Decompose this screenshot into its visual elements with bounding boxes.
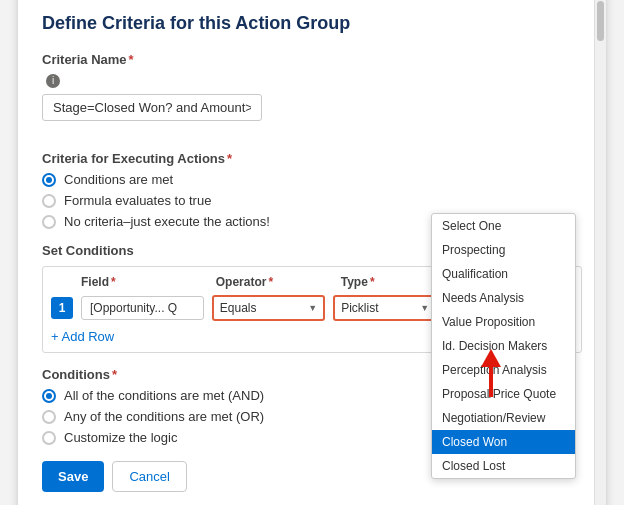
field-input[interactable]: [Opportunity... Q	[81, 296, 204, 320]
radio-circle-customize	[42, 431, 56, 445]
dropdown-item-value-proposition[interactable]: Value Proposition	[432, 310, 575, 334]
scrollbar[interactable]	[594, 0, 606, 505]
dropdown-item-negotiation[interactable]: Negotiation/Review	[432, 406, 575, 430]
dropdown-item-proposal[interactable]: Proposal/Price Quote	[432, 382, 575, 406]
dropdown-list: Select One Prospecting Qualification Nee…	[431, 213, 576, 479]
dropdown-item-qualification[interactable]: Qualification	[432, 262, 575, 286]
arrow-line	[489, 367, 493, 397]
red-arrow	[481, 349, 501, 397]
radio-formula[interactable]: Formula evaluates to true	[42, 193, 582, 208]
criteria-name-input[interactable]	[42, 94, 262, 121]
radio-conditions-met[interactable]: Conditions are met	[42, 172, 582, 187]
dropdown-item-select-one[interactable]: Select One	[432, 214, 575, 238]
type-chevron-icon: ▼	[420, 303, 429, 313]
dropdown-item-needs-analysis[interactable]: Needs Analysis	[432, 286, 575, 310]
info-icon[interactable]: i	[46, 74, 60, 88]
radio-circle-all	[42, 389, 56, 403]
dropdown-item-decision-makers[interactable]: Id. Decision Makers	[432, 334, 575, 358]
row-number: 1	[51, 297, 73, 319]
operator-chevron-icon: ▼	[308, 303, 317, 313]
scrollbar-thumb	[597, 1, 604, 41]
dropdown-item-closed-lost[interactable]: Closed Lost	[432, 454, 575, 478]
dropdown-item-prospecting[interactable]: Prospecting	[432, 238, 575, 262]
criteria-executing-label: Criteria for Executing Actions	[42, 151, 582, 166]
modal-title: Define Criteria for this Action Group	[42, 13, 582, 34]
arrow-head	[481, 349, 501, 367]
dropdown-item-perception-analysis[interactable]: Perception Analysis	[432, 358, 575, 382]
operator-select[interactable]: Equals ▼	[212, 295, 325, 321]
col-operator-header: Operator	[216, 275, 333, 289]
criteria-name-label: Criteria Name	[42, 52, 582, 67]
col-field-header: Field	[81, 275, 208, 289]
cancel-button[interactable]: Cancel	[112, 461, 186, 492]
dropdown-container: Select One Prospecting Qualification Nee…	[431, 213, 576, 479]
modal-container: Define Criteria for this Action Group Cr…	[17, 0, 607, 505]
dropdown-item-closed-won[interactable]: Closed Won	[432, 430, 575, 454]
radio-circle-formula	[42, 194, 56, 208]
type-select[interactable]: Picklist ▼	[333, 295, 437, 321]
radio-circle-conditions-met	[42, 173, 56, 187]
radio-circle-any	[42, 410, 56, 424]
radio-circle-no-criteria	[42, 215, 56, 229]
save-button[interactable]: Save	[42, 461, 104, 492]
